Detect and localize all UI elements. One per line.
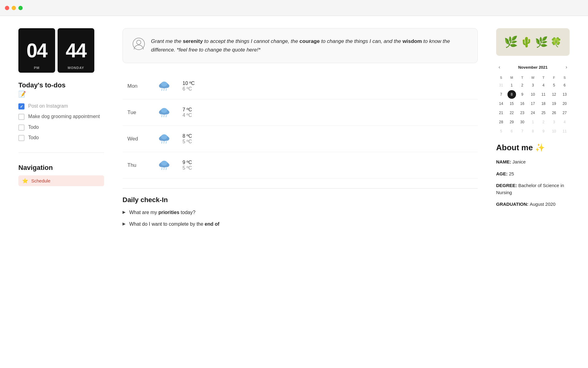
cal-day-7[interactable]: 7 bbox=[497, 90, 505, 99]
todo-checkbox-2[interactable] bbox=[18, 114, 24, 120]
checkin-title: Daily check-In bbox=[123, 188, 478, 204]
cal-day-dec5[interactable]: 5 bbox=[497, 127, 505, 136]
calendar-prev-button[interactable]: ‹ bbox=[496, 63, 503, 71]
plant-icon-3: 🌿 bbox=[535, 36, 548, 48]
cal-day-21[interactable]: 21 bbox=[497, 109, 505, 117]
cal-day-2[interactable]: 2 bbox=[518, 81, 526, 90]
cal-day-14[interactable]: 14 bbox=[497, 99, 505, 108]
nav-title: Navigation bbox=[18, 164, 104, 172]
cal-day-24[interactable]: 24 bbox=[529, 109, 537, 117]
cal-day-11[interactable]: 11 bbox=[539, 90, 548, 99]
about-section: About me ✨ NAME: Janice AGE: 25 DEGREE: … bbox=[496, 143, 570, 213]
close-button[interactable] bbox=[5, 6, 9, 10]
about-title: About me ✨ bbox=[496, 143, 570, 152]
cal-day-oct31[interactable]: 31 bbox=[497, 81, 505, 90]
weather-icon-thu bbox=[152, 158, 176, 173]
about-degree-label: DEGREE: bbox=[496, 183, 518, 188]
cal-day-22[interactable]: 22 bbox=[507, 109, 516, 117]
todo-checkbox-4[interactable] bbox=[18, 135, 24, 141]
svg-line-22 bbox=[166, 141, 166, 144]
checkin-section: Daily check-In ▶ What are my priorities … bbox=[123, 188, 478, 232]
todo-text-1: Post on Instagram bbox=[28, 103, 68, 109]
cal-day-19[interactable]: 19 bbox=[550, 99, 558, 108]
quote-card: Grant me the serenity to accept the thin… bbox=[123, 28, 478, 63]
clock-minute: 44 bbox=[66, 41, 86, 60]
cal-day-28[interactable]: 28 bbox=[497, 118, 505, 126]
cal-day-16[interactable]: 16 bbox=[518, 99, 526, 108]
cal-day-1[interactable]: 1 bbox=[507, 81, 516, 90]
cal-day-4[interactable]: 4 bbox=[539, 81, 548, 90]
todo-item-1: Post on Instagram bbox=[18, 103, 104, 109]
weather-row-mon: Mon 10 ºC 6 ºC bbox=[123, 73, 478, 99]
cal-day-3[interactable]: 3 bbox=[529, 81, 537, 90]
cal-day-8-today[interactable]: 8 bbox=[507, 90, 516, 99]
clock-day: MONDAY bbox=[68, 66, 84, 70]
about-name-label: NAME: bbox=[496, 159, 512, 164]
cal-day-dec4[interactable]: 4 bbox=[560, 118, 569, 126]
checkin-arrow-2[interactable]: ▶ bbox=[123, 221, 126, 226]
todo-text-3: Todo bbox=[28, 124, 39, 131]
weather-day-thu: Thu bbox=[127, 162, 152, 168]
maximize-button[interactable] bbox=[18, 6, 23, 10]
todo-item-2: Make dog grooming appointment bbox=[18, 113, 104, 120]
svg-point-0 bbox=[133, 38, 145, 50]
svg-line-15 bbox=[166, 115, 166, 117]
clock-period: PM bbox=[34, 66, 40, 70]
cal-day-dec2[interactable]: 2 bbox=[539, 118, 548, 126]
svg-point-1 bbox=[137, 40, 141, 44]
cal-day-18[interactable]: 18 bbox=[539, 99, 548, 108]
weather-low-thu: 5 ºC bbox=[183, 165, 192, 171]
cal-day-13[interactable]: 13 bbox=[560, 90, 569, 99]
svg-point-12 bbox=[161, 108, 167, 113]
clock-minute-card: 44 MONDAY bbox=[58, 28, 94, 73]
svg-line-14 bbox=[164, 115, 164, 117]
cal-day-25[interactable]: 25 bbox=[539, 109, 548, 117]
cal-day-dec8[interactable]: 8 bbox=[529, 127, 537, 136]
cal-day-dec1[interactable]: 1 bbox=[529, 118, 537, 126]
about-graduation-value: August 2020 bbox=[530, 201, 556, 207]
todo-text-4: Todo bbox=[28, 134, 39, 141]
cal-day-17[interactable]: 17 bbox=[529, 99, 537, 108]
clock-hour: 04 bbox=[26, 41, 47, 60]
cal-day-27[interactable]: 27 bbox=[560, 109, 569, 117]
about-degree: DEGREE: Bachelor of Science in Nursing bbox=[496, 182, 570, 196]
todo-checkbox-1[interactable] bbox=[18, 103, 24, 109]
cal-day-12[interactable]: 12 bbox=[550, 90, 558, 99]
cal-day-dec9[interactable]: 9 bbox=[539, 127, 548, 136]
cal-day-15[interactable]: 15 bbox=[507, 99, 516, 108]
checkin-arrow-1[interactable]: ▶ bbox=[123, 210, 126, 214]
plant-icon-4: 🍀 bbox=[550, 37, 562, 48]
svg-line-7 bbox=[164, 89, 164, 91]
cal-day-29[interactable]: 29 bbox=[507, 118, 516, 126]
calendar-month: November 2021 bbox=[518, 65, 548, 70]
navigation-section: Navigation ⭐ Schedule bbox=[18, 164, 104, 186]
todo-checkbox-3[interactable] bbox=[18, 125, 24, 131]
todo-text-2: Make dog grooming appointment bbox=[28, 113, 100, 120]
minimize-button[interactable] bbox=[12, 6, 16, 10]
weather-temps-tue: 7 ºC 4 ºC bbox=[183, 107, 192, 118]
about-graduation-label: GRADUATION: bbox=[496, 201, 530, 207]
cal-day-dec7[interactable]: 7 bbox=[518, 127, 526, 136]
cal-day-6[interactable]: 6 bbox=[560, 81, 569, 90]
cal-day-5[interactable]: 5 bbox=[550, 81, 558, 90]
cal-day-26[interactable]: 26 bbox=[550, 109, 558, 117]
svg-line-8 bbox=[166, 89, 166, 91]
svg-line-21 bbox=[164, 141, 164, 144]
cal-day-9[interactable]: 9 bbox=[518, 90, 526, 99]
svg-line-28 bbox=[164, 168, 164, 170]
cal-header-f: F bbox=[549, 75, 559, 80]
cal-day-10[interactable]: 10 bbox=[529, 90, 537, 99]
nav-item-schedule-icon: ⭐ bbox=[22, 178, 28, 184]
calendar-nav: ‹ November 2021 › bbox=[496, 63, 570, 71]
cal-day-dec6[interactable]: 6 bbox=[507, 127, 516, 136]
cal-day-dec10[interactable]: 10 bbox=[550, 127, 558, 136]
nav-item-schedule[interactable]: ⭐ Schedule bbox=[18, 175, 104, 186]
about-age: AGE: 25 bbox=[496, 171, 570, 178]
cal-day-20[interactable]: 20 bbox=[560, 99, 569, 108]
cal-day-30[interactable]: 30 bbox=[518, 118, 526, 126]
cal-day-dec11[interactable]: 11 bbox=[560, 127, 569, 136]
cal-day-23[interactable]: 23 bbox=[518, 109, 526, 117]
calendar-next-button[interactable]: › bbox=[563, 63, 570, 71]
cal-header-t2: T bbox=[538, 75, 548, 80]
cal-day-dec3[interactable]: 3 bbox=[550, 118, 558, 126]
